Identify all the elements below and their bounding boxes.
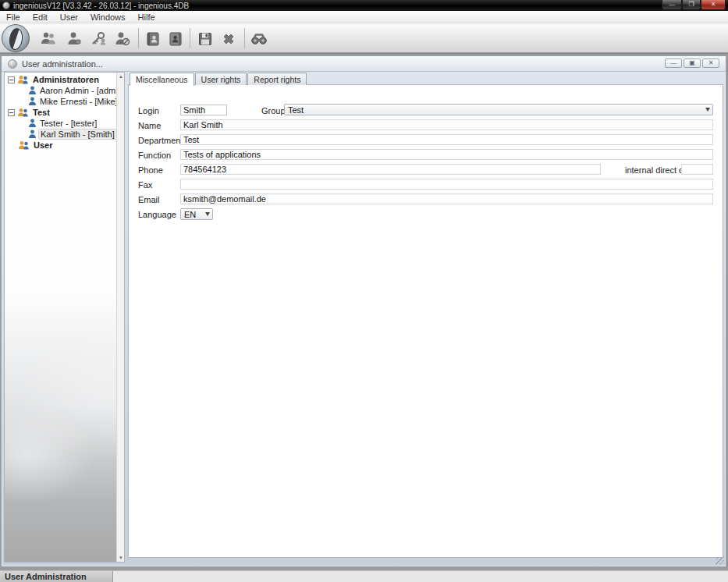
mdi-titlebar[interactable]: User administration... — ▣ ✕ xyxy=(2,56,726,72)
tab-report-rights[interactable]: Report rights xyxy=(247,73,307,85)
tree-group-administratoren[interactable]: Administratoren xyxy=(5,74,116,85)
menu-user[interactable]: User xyxy=(54,12,84,23)
tree-user-aaron-admin[interactable]: Aaron Admin - [admin] xyxy=(5,85,116,96)
user-icon xyxy=(28,119,37,128)
toolbar-separator xyxy=(138,28,139,48)
name-input[interactable]: Karl Smith xyxy=(180,119,713,130)
address-book-user-icon[interactable] xyxy=(166,30,185,48)
menu-file[interactable]: File xyxy=(0,12,27,23)
user-administration-window: User administration... — ▣ ✕ Administrat… xyxy=(1,55,726,567)
mdi-close-button[interactable]: ✕ xyxy=(702,59,719,68)
department-label: Department xyxy=(138,136,183,145)
user-key-icon[interactable] xyxy=(89,30,108,48)
menubar: File Edit User Windows Hilfe xyxy=(0,11,728,23)
chevron-down-icon xyxy=(205,212,210,216)
mdi-window-title: User administration... xyxy=(22,59,103,69)
group-icon xyxy=(17,75,30,85)
function-input[interactable]: Tests of applications xyxy=(180,149,713,160)
delete-icon[interactable] xyxy=(219,30,238,48)
collapse-icon[interactable] xyxy=(8,109,15,116)
menu-windows[interactable]: Windows xyxy=(84,12,132,23)
user-block-icon[interactable] xyxy=(113,30,132,48)
language-label: Language xyxy=(138,210,176,219)
function-label: Function xyxy=(138,151,171,160)
phone-label: Phone xyxy=(138,165,163,175)
toolbar xyxy=(0,23,728,53)
scroll-up-icon[interactable]: ▲ xyxy=(117,73,125,80)
users-icon[interactable] xyxy=(39,30,58,48)
group-icon xyxy=(17,108,30,118)
tree-scrollbar[interactable]: ▲ ▼ xyxy=(116,73,124,562)
detail-panel: Miscellaneous User rights Report rights … xyxy=(128,72,724,563)
email-input[interactable]: ksmith@demomail.de xyxy=(180,193,713,204)
menu-hilfe[interactable]: Hilfe xyxy=(132,12,162,23)
address-book-icon[interactable] xyxy=(144,30,162,48)
tree-group-test[interactable]: Test xyxy=(5,107,116,118)
phone-input[interactable]: 784564123 xyxy=(180,164,601,175)
email-label: Email xyxy=(138,195,160,204)
login-label: Login xyxy=(138,106,159,115)
tab-strip: Miscellaneous User rights Report rights xyxy=(130,73,307,85)
status-text: User Administration xyxy=(0,571,113,582)
tree-group-user[interactable]: User xyxy=(5,140,116,151)
chevron-down-icon xyxy=(705,108,710,112)
app-logo-icon xyxy=(2,24,30,52)
group-select[interactable]: Test xyxy=(284,104,713,115)
window-close-button[interactable]: ✕ xyxy=(701,0,726,10)
miscellaneous-tab-content: Login Smith Group Test Name Karl Smith D… xyxy=(128,84,723,558)
tab-user-rights[interactable]: User rights xyxy=(195,73,247,85)
user-icon xyxy=(28,86,37,95)
toolbar-separator xyxy=(190,28,190,48)
fax-label: Fax xyxy=(138,180,152,190)
group-label: Group xyxy=(261,106,286,115)
user-edit-icon[interactable] xyxy=(65,30,83,48)
user-icon xyxy=(28,97,37,106)
department-input[interactable]: Test xyxy=(180,134,713,145)
tree-user-karl-smith[interactable]: Karl Smith - [Smith] xyxy=(5,129,116,140)
tree-user-mike-ernesti[interactable]: Mike Ernesti - [Mike] xyxy=(5,96,116,107)
window-minimize-button[interactable]: — xyxy=(662,0,682,10)
window-maximize-button[interactable]: ❐ xyxy=(682,0,701,10)
tab-miscellaneous[interactable]: Miscellaneous xyxy=(130,73,194,86)
mdi-window-icon xyxy=(8,59,17,69)
login-input[interactable]: Smith xyxy=(180,105,227,115)
search-icon[interactable] xyxy=(250,30,268,48)
toolbar-separator xyxy=(244,28,245,48)
user-tree: Administratoren Aaron Admin - [admin] Mi… xyxy=(5,74,116,151)
mdi-minimize-button[interactable]: — xyxy=(665,59,682,68)
statusbar: User Administration xyxy=(0,570,728,582)
language-select[interactable]: EN xyxy=(180,208,213,220)
app-logo-icon xyxy=(2,2,10,9)
user-icon xyxy=(28,130,37,139)
mdi-maximize-button[interactable]: ▣ xyxy=(684,59,701,68)
user-tree-panel: Administratoren Aaron Admin - [admin] Mi… xyxy=(4,72,125,562)
workspace: User administration... — ▣ ✕ Administrat… xyxy=(0,53,728,570)
tree-user-tester[interactable]: Tester - [tester] xyxy=(5,118,116,129)
fax-input[interactable] xyxy=(180,179,713,190)
collapse-icon[interactable] xyxy=(8,76,15,83)
menu-edit[interactable]: Edit xyxy=(27,12,54,23)
name-label: Name xyxy=(138,121,161,130)
app-titlebar: ingeniousV12 [V3.3.42 - 26.03.12] - inge… xyxy=(0,0,728,11)
group-icon xyxy=(18,140,30,151)
save-icon[interactable] xyxy=(196,30,215,48)
internal-direct-dail-input[interactable] xyxy=(681,164,713,175)
app-title: ingeniousV12 [V3.3.42 - 26.03.12] - inge… xyxy=(13,2,189,10)
scroll-down-icon[interactable]: ▼ xyxy=(117,554,125,562)
